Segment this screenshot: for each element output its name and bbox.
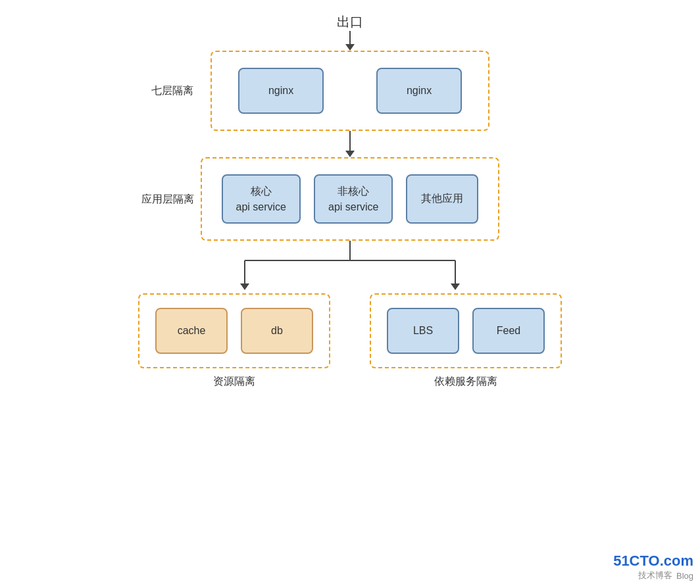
service-isolation-box: LBS Feed — [370, 293, 562, 368]
db-node: db — [241, 308, 313, 354]
layer2-label: 应用层隔离 — [141, 192, 194, 206]
watermark: 51CTO.com 技术博客 Blog — [613, 552, 693, 581]
watermark-sub: 技术博客 — [638, 570, 672, 581]
lbs-node: LBS — [387, 308, 459, 354]
arrow-layer1-to-layer2 — [345, 131, 355, 157]
service-isolation-section: LBS Feed 依赖服务隔离 — [370, 293, 562, 389]
svg-marker-4 — [240, 283, 249, 290]
svg-marker-5 — [451, 283, 460, 290]
resource-isolation-label: 资源隔离 — [213, 375, 255, 389]
diagram-container: 出口 七层隔离 nginx nginx 应用层隔离 核心 api service — [0, 0, 700, 588]
watermark-main: 51CTO.com — [613, 552, 693, 570]
layer1-box: nginx nginx — [211, 51, 489, 131]
cache-node: cache — [155, 308, 228, 354]
arrow-exit — [345, 31, 355, 51]
layer2-box: 核心 api service 非核心 api service 其他应用 — [201, 157, 500, 241]
bottom-row: cache db 资源隔离 LBS Feed 依赖服务隔离 — [138, 293, 562, 389]
non-core-api-node: 非核心 api service — [314, 174, 393, 224]
other-apps-node: 其他应用 — [406, 174, 478, 224]
layer1-wrapper: 七层隔离 nginx nginx — [211, 51, 489, 131]
resource-isolation-section: cache db 资源隔离 — [138, 293, 330, 389]
feed-node: Feed — [472, 308, 545, 354]
service-isolation-label: 依赖服务隔离 — [434, 375, 497, 389]
nginx-node-2: nginx — [376, 68, 462, 114]
core-api-node: 核心 api service — [222, 174, 301, 224]
layer1-label: 七层隔离 — [151, 84, 193, 98]
split-connector-area — [166, 241, 534, 293]
layer2-wrapper: 应用层隔离 核心 api service 非核心 api service 其他应… — [201, 157, 500, 241]
exit-label: 出口 — [337, 13, 363, 31]
exit-section: 出口 — [337, 13, 363, 51]
nginx-node-1: nginx — [238, 68, 324, 114]
resource-isolation-box: cache db — [138, 293, 330, 368]
watermark-blog: Blog — [676, 571, 693, 581]
split-connector-svg — [166, 241, 534, 293]
